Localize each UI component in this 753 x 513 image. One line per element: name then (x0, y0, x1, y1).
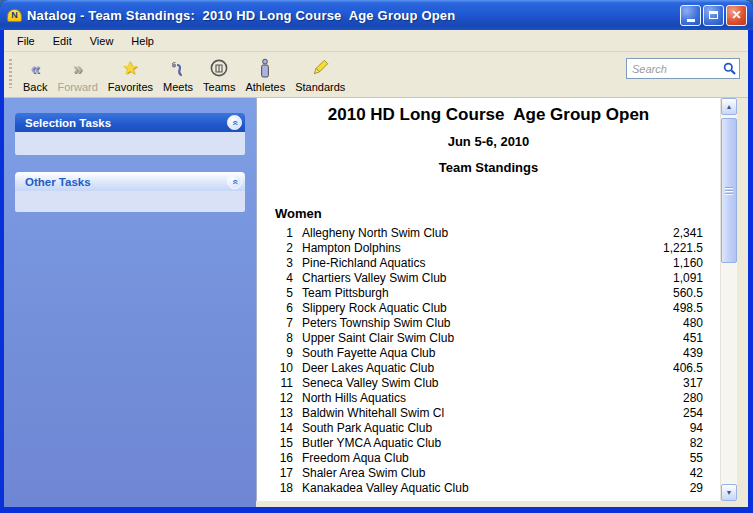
scrollbar-thumb[interactable] (721, 118, 737, 263)
search-input[interactable] (632, 63, 723, 75)
vertical-scrollbar: ▲ ▼ (720, 98, 737, 501)
standings-rank: 4 (265, 271, 293, 285)
meets-label: Meets (163, 81, 193, 93)
standings-rank: 17 (265, 466, 293, 480)
maximize-icon (709, 11, 718, 19)
standings-points: 560.5 (673, 286, 703, 300)
other-tasks-panel: Other Tasks « (15, 172, 245, 212)
window-body: File Edit View Help « Back » Forward ★ F… (4, 30, 748, 507)
forward-label: Forward (57, 81, 97, 93)
standings-rank: 5 (265, 286, 293, 300)
back-button[interactable]: « Back (19, 56, 51, 93)
standings-row: 18Kanakadea Valley Aquatic Club29 (265, 480, 703, 495)
meets-button[interactable]: Meets (159, 56, 197, 93)
standings-rank: 12 (265, 391, 293, 405)
standings-row: 17Shaler Area Swim Club42 (265, 465, 703, 480)
standings-team-name: Deer Lakes Aquatic Club (302, 361, 673, 375)
standings-points: 451 (683, 331, 703, 345)
standings-team-name: Seneca Valley Swim Club (302, 376, 683, 390)
forward-icon: » (73, 60, 82, 77)
app-icon: N (7, 9, 22, 22)
standings-team-name: Kanakadea Valley Aquatic Club (302, 481, 690, 495)
selection-tasks-collapse-button[interactable]: « (227, 115, 242, 130)
standings-points: 29 (690, 481, 703, 495)
standings-row: 11Seneca Valley Swim Club317 (265, 375, 703, 390)
other-tasks-header[interactable]: Other Tasks « (15, 172, 245, 191)
main-area: 2010 HD Long Course Age Group Open Jun 5… (256, 98, 748, 507)
standings-team-name: South Park Aquatic Club (302, 421, 690, 435)
right-filler (737, 98, 748, 501)
standings-rank: 16 (265, 451, 293, 465)
report-view: 2010 HD Long Course Age Group Open Jun 5… (256, 98, 720, 501)
athletes-button[interactable]: Athletes (241, 56, 289, 93)
standings-rank: 7 (265, 316, 293, 330)
standings-rank: 15 (265, 436, 293, 450)
standards-button[interactable]: Standards (291, 56, 349, 93)
standings-points: 42 (690, 466, 703, 480)
menu-bar: File Edit View Help (4, 30, 748, 51)
standings-team-name: Pine-Richland Aquatics (302, 256, 673, 270)
standings-team-name: Team Pittsburgh (302, 286, 673, 300)
selection-tasks-body (15, 132, 245, 155)
menu-file[interactable]: File (8, 33, 44, 49)
standings-team-name: North Hills Aquatics (302, 391, 683, 405)
other-tasks-body (15, 191, 245, 212)
standings-rank: 14 (265, 421, 293, 435)
report-subtitle: Team Standings (257, 160, 720, 175)
standings-row: 1Allegheny North Swim Club2,341 (265, 225, 703, 240)
favorites-button[interactable]: ★ Favorites (104, 56, 157, 93)
standings-row: 9South Fayette Aqua Club439 (265, 345, 703, 360)
standings-rank: 1 (265, 226, 293, 240)
standings-rank: 13 (265, 406, 293, 420)
scrollbar-grip-icon (725, 187, 733, 195)
minimize-icon (687, 19, 695, 22)
window-controls: ✕ (680, 5, 747, 26)
scroll-down-button[interactable]: ▼ (721, 484, 737, 501)
standings-rank: 6 (265, 301, 293, 315)
report-title: 2010 HD Long Course Age Group Open (257, 105, 720, 125)
selection-tasks-header[interactable]: Selection Tasks « (15, 113, 245, 132)
task-pane-sidebar: Selection Tasks « Other Tasks « (4, 98, 256, 507)
standings-points: 317 (683, 376, 703, 390)
standings-row: 10Deer Lakes Aquatic Club406.5 (265, 360, 703, 375)
menu-view[interactable]: View (81, 33, 123, 49)
standings-list: 1Allegheny North Swim Club2,3412Hampton … (257, 225, 720, 495)
toolbar: « Back » Forward ★ Favorites (4, 51, 748, 98)
arrow-down-icon: ▼ (726, 489, 733, 496)
standings-rank: 11 (265, 376, 293, 390)
standings-points: 1,160 (673, 256, 703, 270)
other-tasks-title: Other Tasks (25, 176, 91, 188)
standings-points: 2,341 (673, 226, 703, 240)
standards-pencil-icon (309, 57, 331, 79)
scrollbar-track[interactable] (721, 115, 737, 484)
standings-row: 14South Park Aquatic Club94 (265, 420, 703, 435)
standards-label: Standards (295, 81, 345, 93)
athletes-label: Athletes (245, 81, 285, 93)
standings-team-name: South Fayette Aqua Club (302, 346, 683, 360)
meets-swimmer-icon (168, 59, 188, 77)
search-icon[interactable] (723, 62, 736, 75)
other-tasks-collapse-button[interactable]: « (227, 174, 242, 189)
scroll-up-button[interactable]: ▲ (721, 98, 737, 115)
report-date: Jun 5-6, 2010 (257, 134, 720, 149)
selection-tasks-panel: Selection Tasks « (15, 113, 245, 155)
standings-row: 2Hampton Dolphins1,221.5 (265, 240, 703, 255)
standings-points: 439 (683, 346, 703, 360)
maximize-button[interactable] (703, 5, 724, 26)
close-button[interactable]: ✕ (726, 5, 747, 26)
section-header-women: Women (275, 206, 720, 221)
teams-label: Teams (203, 81, 235, 93)
menu-edit[interactable]: Edit (44, 33, 81, 49)
standings-rank: 18 (265, 481, 293, 495)
standings-row: 3Pine-Richland Aquatics1,160 (265, 255, 703, 270)
standings-row: 7Peters Township Swim Club480 (265, 315, 703, 330)
chevron-up-icon: « (230, 120, 240, 126)
selection-tasks-title: Selection Tasks (25, 117, 111, 129)
minimize-button[interactable] (680, 5, 701, 26)
forward-button[interactable]: » Forward (53, 56, 101, 93)
teams-button[interactable]: Teams (199, 56, 239, 93)
standings-points: 94 (690, 421, 703, 435)
back-icon: « (31, 60, 40, 77)
athletes-person-icon (258, 58, 272, 79)
menu-help[interactable]: Help (122, 33, 163, 49)
